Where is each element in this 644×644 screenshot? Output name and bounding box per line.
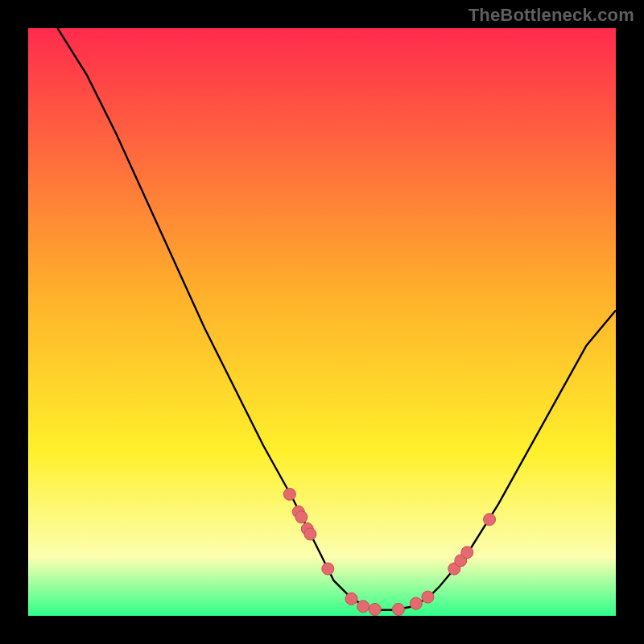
data-dot bbox=[322, 563, 334, 575]
data-dot bbox=[484, 514, 496, 526]
data-dot bbox=[295, 511, 308, 523]
data-dot bbox=[422, 591, 434, 603]
plot-area bbox=[28, 28, 616, 616]
data-dot bbox=[283, 488, 295, 500]
gradient-background bbox=[28, 28, 616, 616]
watermark-text: TheBottleneck.com bbox=[469, 5, 634, 26]
data-dot bbox=[304, 528, 316, 540]
data-dot bbox=[392, 603, 404, 615]
chart-frame: TheBottleneck.com bbox=[0, 0, 644, 644]
data-dot bbox=[410, 597, 422, 609]
data-dot bbox=[357, 601, 369, 613]
data-dot bbox=[345, 592, 357, 605]
data-dot bbox=[369, 603, 381, 615]
chart-svg bbox=[28, 28, 616, 616]
data-dot bbox=[461, 547, 473, 559]
